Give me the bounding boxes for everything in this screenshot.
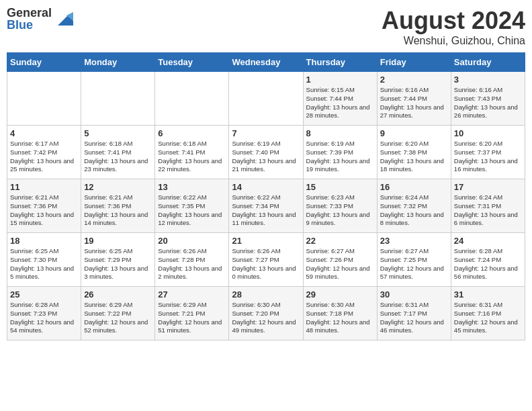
calendar-cell: 23Sunrise: 6:27 AM Sunset: 7:25 PM Dayli…: [377, 233, 451, 287]
calendar-cell: 7Sunrise: 6:19 AM Sunset: 7:40 PM Daylig…: [229, 126, 303, 179]
calendar-cell: [229, 72, 303, 126]
day-of-week-header: Sunday: [7, 53, 81, 72]
calendar-cell: 14Sunrise: 6:22 AM Sunset: 7:34 PM Dayli…: [229, 179, 303, 233]
day-info: Sunrise: 6:24 AM Sunset: 7:32 PM Dayligh…: [380, 193, 448, 228]
day-number: 9: [380, 128, 448, 138]
day-info: Sunrise: 6:29 AM Sunset: 7:22 PM Dayligh…: [84, 301, 152, 335]
day-info: Sunrise: 6:25 AM Sunset: 7:30 PM Dayligh…: [10, 247, 78, 281]
day-number: 1: [306, 75, 374, 85]
day-number: 6: [158, 128, 226, 138]
day-number: 25: [10, 289, 78, 300]
calendar-cell: 27Sunrise: 6:29 AM Sunset: 7:21 PM Dayli…: [155, 287, 229, 340]
day-number: 11: [10, 182, 78, 192]
calendar-cell: 3Sunrise: 6:16 AM Sunset: 7:43 PM Daylig…: [451, 72, 525, 126]
day-info: Sunrise: 6:30 AM Sunset: 7:18 PM Dayligh…: [306, 301, 374, 335]
day-info: Sunrise: 6:31 AM Sunset: 7:17 PM Dayligh…: [380, 301, 448, 335]
calendar-header-row: SundayMondayTuesdayWednesdayThursdayFrid…: [7, 53, 525, 72]
calendar-cell: 25Sunrise: 6:28 AM Sunset: 7:23 PM Dayli…: [7, 287, 81, 340]
day-info: Sunrise: 6:23 AM Sunset: 7:33 PM Dayligh…: [306, 193, 374, 228]
day-info: Sunrise: 6:18 AM Sunset: 7:41 PM Dayligh…: [158, 140, 226, 174]
day-info: Sunrise: 6:22 AM Sunset: 7:35 PM Dayligh…: [158, 193, 226, 228]
day-info: Sunrise: 6:20 AM Sunset: 7:37 PM Dayligh…: [454, 140, 522, 174]
day-info: Sunrise: 6:21 AM Sunset: 7:36 PM Dayligh…: [84, 193, 152, 228]
day-number: 15: [306, 182, 374, 192]
calendar-cell: [7, 72, 81, 126]
calendar-cell: 6Sunrise: 6:18 AM Sunset: 7:41 PM Daylig…: [155, 126, 229, 179]
day-number: 28: [232, 289, 300, 300]
day-of-week-header: Friday: [377, 53, 451, 72]
calendar-cell: 15Sunrise: 6:23 AM Sunset: 7:33 PM Dayli…: [303, 179, 377, 233]
calendar-week-row: 1Sunrise: 6:15 AM Sunset: 7:44 PM Daylig…: [7, 72, 525, 126]
calendar-week-row: 18Sunrise: 6:25 AM Sunset: 7:30 PM Dayli…: [7, 233, 525, 287]
day-number: 16: [380, 182, 448, 192]
day-number: 29: [306, 289, 374, 300]
day-number: 27: [158, 289, 226, 300]
calendar-cell: 16Sunrise: 6:24 AM Sunset: 7:32 PM Dayli…: [377, 179, 451, 233]
location: Wenshui, Guizhou, China: [382, 35, 525, 47]
calendar-cell: 10Sunrise: 6:20 AM Sunset: 7:37 PM Dayli…: [451, 126, 525, 179]
calendar-cell: 30Sunrise: 6:31 AM Sunset: 7:17 PM Dayli…: [377, 287, 451, 340]
day-info: Sunrise: 6:22 AM Sunset: 7:34 PM Dayligh…: [232, 193, 300, 228]
day-info: Sunrise: 6:31 AM Sunset: 7:16 PM Dayligh…: [454, 301, 522, 335]
title-block: August 2024 Wenshui, Guizhou, China: [382, 7, 525, 47]
day-of-week-header: Monday: [81, 53, 155, 72]
calendar-body: 1Sunrise: 6:15 AM Sunset: 7:44 PM Daylig…: [7, 72, 525, 340]
calendar-cell: 11Sunrise: 6:21 AM Sunset: 7:36 PM Dayli…: [7, 179, 81, 233]
day-info: Sunrise: 6:26 AM Sunset: 7:27 PM Dayligh…: [232, 247, 300, 281]
day-number: 8: [306, 128, 374, 138]
day-info: Sunrise: 6:18 AM Sunset: 7:41 PM Dayligh…: [84, 140, 152, 174]
calendar-cell: 21Sunrise: 6:26 AM Sunset: 7:27 PM Dayli…: [229, 233, 303, 287]
day-number: 30: [380, 289, 448, 300]
day-number: 23: [380, 236, 448, 246]
day-number: 20: [158, 236, 226, 246]
calendar-cell: [155, 72, 229, 126]
day-of-week-header: Saturday: [451, 53, 525, 72]
day-number: 31: [454, 289, 522, 300]
day-info: Sunrise: 6:19 AM Sunset: 7:40 PM Dayligh…: [232, 140, 300, 174]
day-number: 21: [232, 236, 300, 246]
calendar-table: SundayMondayTuesdayWednesdayThursdayFrid…: [7, 52, 525, 340]
day-info: Sunrise: 6:17 AM Sunset: 7:42 PM Dayligh…: [10, 140, 78, 174]
header: General Blue August 2024 Wenshui, Guizho…: [7, 7, 525, 47]
day-info: Sunrise: 6:16 AM Sunset: 7:43 PM Dayligh…: [454, 86, 522, 120]
day-number: 12: [84, 182, 152, 192]
calendar-cell: 8Sunrise: 6:19 AM Sunset: 7:39 PM Daylig…: [303, 126, 377, 179]
day-info: Sunrise: 6:20 AM Sunset: 7:38 PM Dayligh…: [380, 140, 448, 174]
day-number: 13: [158, 182, 226, 192]
day-number: 14: [232, 182, 300, 192]
calendar-cell: 18Sunrise: 6:25 AM Sunset: 7:30 PM Dayli…: [7, 233, 81, 287]
calendar-cell: 20Sunrise: 6:26 AM Sunset: 7:28 PM Dayli…: [155, 233, 229, 287]
day-number: 2: [380, 75, 448, 85]
day-info: Sunrise: 6:26 AM Sunset: 7:28 PM Dayligh…: [158, 247, 226, 281]
calendar-cell: 22Sunrise: 6:27 AM Sunset: 7:26 PM Dayli…: [303, 233, 377, 287]
calendar-cell: 12Sunrise: 6:21 AM Sunset: 7:36 PM Dayli…: [81, 179, 155, 233]
calendar-cell: 9Sunrise: 6:20 AM Sunset: 7:38 PM Daylig…: [377, 126, 451, 179]
day-info: Sunrise: 6:29 AM Sunset: 7:21 PM Dayligh…: [158, 301, 226, 335]
day-info: Sunrise: 6:30 AM Sunset: 7:20 PM Dayligh…: [232, 301, 300, 335]
calendar-cell: 26Sunrise: 6:29 AM Sunset: 7:22 PM Dayli…: [81, 287, 155, 340]
day-of-week-header: Wednesday: [229, 53, 303, 72]
day-number: 19: [84, 236, 152, 246]
day-info: Sunrise: 6:28 AM Sunset: 7:24 PM Dayligh…: [454, 247, 522, 281]
day-number: 22: [306, 236, 374, 246]
month-year: August 2024: [382, 7, 525, 35]
day-number: 3: [454, 75, 522, 85]
calendar-week-row: 11Sunrise: 6:21 AM Sunset: 7:36 PM Dayli…: [7, 179, 525, 233]
calendar-week-row: 25Sunrise: 6:28 AM Sunset: 7:23 PM Dayli…: [7, 287, 525, 340]
calendar-cell: 17Sunrise: 6:24 AM Sunset: 7:31 PM Dayli…: [451, 179, 525, 233]
calendar-cell: 5Sunrise: 6:18 AM Sunset: 7:41 PM Daylig…: [81, 126, 155, 179]
calendar-cell: 13Sunrise: 6:22 AM Sunset: 7:35 PM Dayli…: [155, 179, 229, 233]
day-number: 26: [84, 289, 152, 300]
day-info: Sunrise: 6:28 AM Sunset: 7:23 PM Dayligh…: [10, 301, 78, 335]
calendar-cell: 1Sunrise: 6:15 AM Sunset: 7:44 PM Daylig…: [303, 72, 377, 126]
calendar-cell: 29Sunrise: 6:30 AM Sunset: 7:18 PM Dayli…: [303, 287, 377, 340]
day-number: 5: [84, 128, 152, 138]
day-info: Sunrise: 6:19 AM Sunset: 7:39 PM Dayligh…: [306, 140, 374, 174]
calendar-cell: 2Sunrise: 6:16 AM Sunset: 7:44 PM Daylig…: [377, 72, 451, 126]
logo-general: General: [7, 7, 52, 19]
calendar-cell: 28Sunrise: 6:30 AM Sunset: 7:20 PM Dayli…: [229, 287, 303, 340]
calendar-cell: 24Sunrise: 6:28 AM Sunset: 7:24 PM Dayli…: [451, 233, 525, 287]
day-number: 7: [232, 128, 300, 138]
day-info: Sunrise: 6:15 AM Sunset: 7:44 PM Dayligh…: [306, 86, 374, 120]
calendar-cell: 19Sunrise: 6:25 AM Sunset: 7:29 PM Dayli…: [81, 233, 155, 287]
